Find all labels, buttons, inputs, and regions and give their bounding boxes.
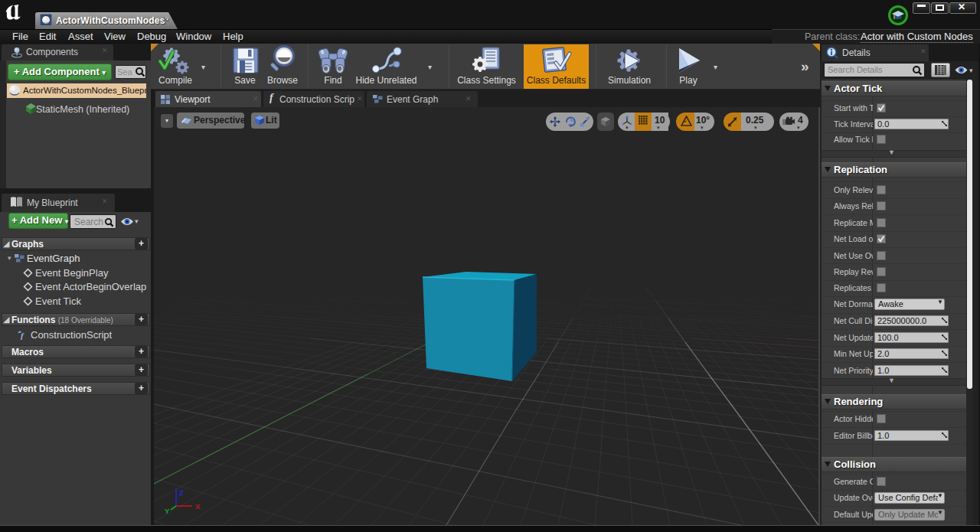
- svg-text:Z: Z: [179, 488, 184, 497]
- svg-text:f: f: [21, 331, 24, 340]
- svg-text:X: X: [195, 502, 201, 511]
- svg-text:Y: Y: [165, 507, 170, 515]
